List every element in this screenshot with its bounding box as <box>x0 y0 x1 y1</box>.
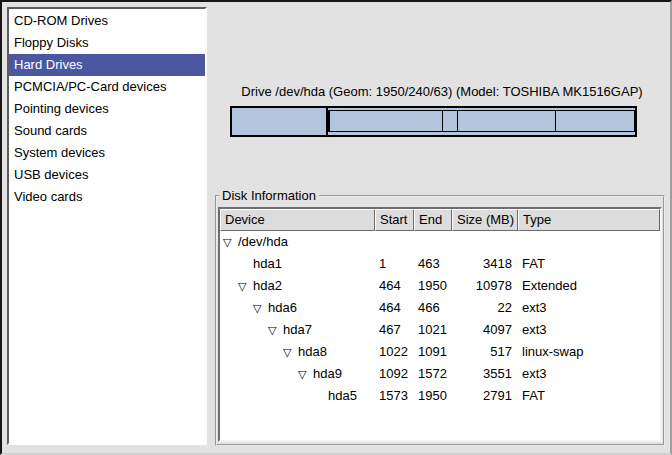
end-value: 463 <box>414 253 452 275</box>
size-value: 517 <box>452 341 518 363</box>
device-name: hda8 <box>298 344 327 359</box>
start-value <box>375 231 414 253</box>
partition-table-header: DeviceStartEndSize (MB)Type <box>220 209 660 231</box>
column-header-size-mb[interactable]: Size (MB) <box>452 209 518 231</box>
expander-down-icon[interactable]: ▽ <box>283 341 298 363</box>
type-value: ext3 <box>518 297 660 319</box>
size-value: 3418 <box>452 253 518 275</box>
disk-information-label: Disk Information <box>219 188 319 203</box>
table-row-dev-hda[interactable]: ▽/dev/hda <box>220 231 660 253</box>
type-value: linux-swap <box>518 341 660 363</box>
size-value <box>452 231 518 253</box>
start-value: 467 <box>375 319 414 341</box>
partition-segment-hda5 <box>556 111 634 131</box>
device-name: hda7 <box>283 322 312 337</box>
partition-segment-hda9 <box>458 111 557 131</box>
device-name: /dev/hda <box>238 234 288 249</box>
column-header-type[interactable]: Type <box>518 209 660 231</box>
end-value: 1950 <box>414 385 452 407</box>
sidebar-item-system-devices[interactable]: System devices <box>9 142 205 164</box>
device-name: hda9 <box>313 366 342 381</box>
device-name: hda5 <box>328 388 357 403</box>
sidebar-item-video-cards[interactable]: Video cards <box>9 186 205 208</box>
start-value: 1 <box>375 253 414 275</box>
column-header-device[interactable]: Device <box>220 209 375 231</box>
column-header-end[interactable]: End <box>414 209 452 231</box>
start-value: 1092 <box>375 363 414 385</box>
table-row-hda8[interactable]: ▽hda810221091517linux-swap <box>220 341 660 363</box>
size-value: 10978 <box>452 275 518 297</box>
disk-partition-bar <box>230 106 637 137</box>
device-name: hda6 <box>268 300 297 315</box>
type-value: ext3 <box>518 319 660 341</box>
type-value: FAT <box>518 253 660 275</box>
partition-table: DeviceStartEndSize (MB)Type ▽/dev/hdahda… <box>218 207 662 442</box>
end-value: 1572 <box>414 363 452 385</box>
table-row-hda7[interactable]: ▽hda746710214097ext3 <box>220 319 660 341</box>
expander-down-icon[interactable]: ▽ <box>223 231 238 253</box>
table-row-hda6[interactable]: ▽hda646446622ext3 <box>220 297 660 319</box>
partition-segment-hda1 <box>232 108 328 135</box>
sidebar-item-cd-rom-drives[interactable]: CD-ROM Drives <box>9 10 205 32</box>
start-value: 464 <box>375 275 414 297</box>
size-value: 4097 <box>452 319 518 341</box>
sidebar-item-pcmcia-pc-card-devices[interactable]: PCMCIA/PC-Card devices <box>9 76 205 98</box>
size-value: 22 <box>452 297 518 319</box>
expander-down-icon[interactable]: ▽ <box>268 319 283 341</box>
device-name: hda2 <box>253 278 282 293</box>
end-value: 466 <box>414 297 452 319</box>
sidebar-item-floppy-disks[interactable]: Floppy Disks <box>9 32 205 54</box>
end-value: 1021 <box>414 319 452 341</box>
partition-segment-hda8 <box>443 111 457 131</box>
start-value: 1022 <box>375 341 414 363</box>
end-value <box>414 231 452 253</box>
table-row-hda9[interactable]: ▽hda9109215723551ext3 <box>220 363 660 385</box>
start-value: 1573 <box>375 385 414 407</box>
column-header-start[interactable]: Start <box>375 209 414 231</box>
sidebar-item-usb-devices[interactable]: USB devices <box>9 164 205 186</box>
size-value: 3551 <box>452 363 518 385</box>
table-row-hda2[interactable]: ▽hda2464195010978Extended <box>220 275 660 297</box>
expander-down-icon[interactable]: ▽ <box>298 363 313 385</box>
partition-table-body: ▽/dev/hdahda114633418FAT▽hda246419501097… <box>220 231 660 407</box>
partition-segment-hda7 <box>330 111 444 131</box>
table-row-hda1[interactable]: hda114633418FAT <box>220 253 660 275</box>
drive-info-label: Drive /dev/hda (Geom: 1950/240/63) (Mode… <box>217 84 667 101</box>
type-value: ext3 <box>518 363 660 385</box>
size-value: 2791 <box>452 385 518 407</box>
partition-segment-hda2 <box>328 110 635 132</box>
sidebar-item-sound-cards[interactable]: Sound cards <box>9 120 205 142</box>
type-value: FAT <box>518 385 660 407</box>
expander-down-icon[interactable]: ▽ <box>253 297 268 319</box>
end-value: 1950 <box>414 275 452 297</box>
sidebar-item-hard-drives[interactable]: Hard Drives <box>9 54 205 76</box>
device-name: hda1 <box>253 256 282 271</box>
end-value: 1091 <box>414 341 452 363</box>
start-value: 464 <box>375 297 414 319</box>
type-value <box>518 231 660 253</box>
device-category-list: CD-ROM DrivesFloppy DisksHard DrivesPCMC… <box>7 7 207 445</box>
expander-down-icon[interactable]: ▽ <box>238 275 253 297</box>
sidebar-item-pointing-devices[interactable]: Pointing devices <box>9 98 205 120</box>
table-row-hda5[interactable]: hda5157319502791FAT <box>220 385 660 407</box>
hardware-browser-window: CD-ROM DrivesFloppy DisksHard DrivesPCMC… <box>0 0 672 455</box>
type-value: Extended <box>518 275 660 297</box>
